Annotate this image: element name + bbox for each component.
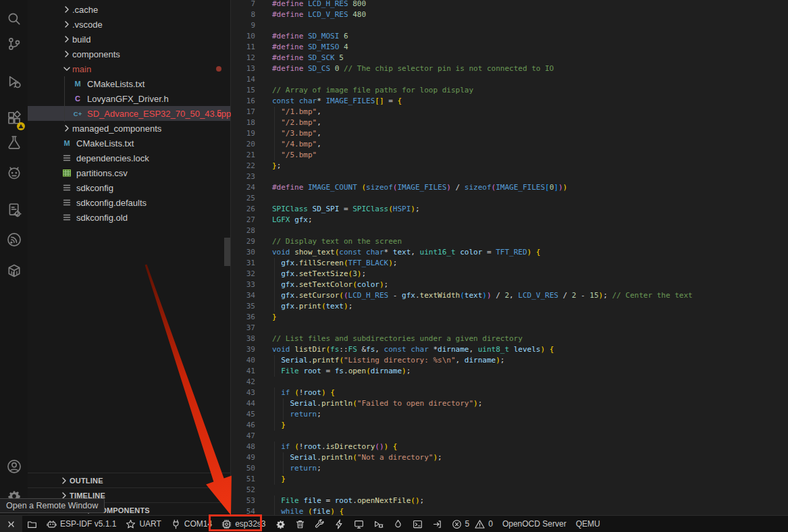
code-line[interactable]: 12#define SD_SCK 5 xyxy=(231,53,788,63)
code-line[interactable]: 15// Array of image file paths for loop … xyxy=(231,85,788,96)
tree-file-partitions.csv[interactable]: partitions.csv xyxy=(28,165,230,180)
code-line[interactable]: 17 "/1.bmp", xyxy=(231,107,788,117)
editor[interactable]: 7#define LCD_H_RES 8008#define LCD_V_RES… xyxy=(231,0,788,515)
code-line[interactable]: 9 xyxy=(231,20,788,31)
code-line[interactable]: 31 gfx.fillScreen(TFT_BLACK); xyxy=(231,258,788,269)
code-line[interactable]: 54 while (file) { xyxy=(231,506,788,515)
cmake-tools-icon[interactable] xyxy=(0,200,28,220)
code-line[interactable]: 44 Serial.println("Failed to open direct… xyxy=(231,398,788,409)
code-line[interactable]: 24#define IMAGE_COUNT (sizeof(IMAGE_FILE… xyxy=(231,182,788,193)
sidebar-scrollbar[interactable] xyxy=(224,238,230,266)
status-project-folder[interactable] xyxy=(22,516,42,532)
code-line[interactable]: 45 return; xyxy=(231,409,788,420)
code-line[interactable]: 13#define SD_CS 0 // The chip selector p… xyxy=(231,63,788,74)
code-line[interactable]: 7#define LCD_H_RES 800 xyxy=(231,0,788,9)
status-monitor[interactable] xyxy=(349,516,369,532)
code-line[interactable]: 25 xyxy=(231,193,788,204)
tree-folder-.cache[interactable]: .cache xyxy=(28,2,230,17)
tree-folder-.vscode[interactable]: .vscode xyxy=(28,17,230,32)
code-line[interactable]: 28 xyxy=(231,225,788,236)
code-line[interactable]: 50 return; xyxy=(231,463,788,474)
run-debug-icon[interactable] xyxy=(0,72,28,92)
testing-icon[interactable] xyxy=(0,132,28,153)
code-line[interactable]: 49 Serial.println("Not a directory"); xyxy=(231,452,788,463)
status-flash-method[interactable]: UART xyxy=(121,516,165,532)
section-outline[interactable]: OUTLINE xyxy=(28,473,230,487)
code-line[interactable]: 38// List files and subdirectories under… xyxy=(231,334,788,344)
code-line[interactable]: 36} xyxy=(231,312,788,323)
code-line[interactable]: 41 File root = fs.open(dirname); xyxy=(231,366,788,377)
code-line[interactable]: 43 if (!root) { xyxy=(231,388,788,398)
tree-file-sdkconfig.old[interactable]: sdkconfig.old xyxy=(28,210,230,225)
code-line[interactable]: 47 xyxy=(231,431,788,442)
code-line[interactable]: 52 xyxy=(231,485,788,496)
code-line[interactable]: 48 if (!root.isDirectory()) { xyxy=(231,442,788,452)
code-line[interactable]: 22}; xyxy=(231,161,788,171)
code-line[interactable]: 46 } xyxy=(231,420,788,431)
status-menuconfig[interactable] xyxy=(271,516,290,532)
code-line[interactable]: 34 gfx.setCursor((LCD_H_RES - gfx.textWi… xyxy=(231,290,788,301)
account-icon[interactable] xyxy=(0,456,28,477)
status-debug[interactable] xyxy=(369,516,388,532)
search-icon[interactable] xyxy=(0,9,28,29)
code-line[interactable]: 51 } xyxy=(231,474,788,485)
status-terminal[interactable] xyxy=(408,516,427,532)
container-icon[interactable] xyxy=(0,261,28,281)
code-line[interactable]: 14 xyxy=(231,74,788,85)
code-line[interactable]: 19 "/3.bmp", xyxy=(231,128,788,139)
tree-file-LovyanGFX_Driver.h[interactable]: CLovyanGFX_Driver.h xyxy=(28,91,230,106)
code-line[interactable]: 23 xyxy=(231,171,788,182)
status-build[interactable] xyxy=(310,516,330,532)
status-commands[interactable] xyxy=(427,516,447,532)
code-line[interactable]: 29// Display text on the screen xyxy=(231,236,788,247)
tree-file-sdkconfig.defaults[interactable]: sdkconfig.defaults xyxy=(28,195,230,210)
code-line[interactable]: 53 File file = root.openNextFile(); xyxy=(231,496,788,506)
code-line[interactable]: 18 "/2.bmp", xyxy=(231,117,788,128)
list-file-icon xyxy=(61,153,72,163)
line-number: 7 xyxy=(231,0,255,9)
espidf-robot-icon[interactable] xyxy=(0,163,28,183)
code-line[interactable]: 33 gfx.setTextColor(color); xyxy=(231,280,788,290)
status-full-clean[interactable] xyxy=(290,516,310,532)
code-line[interactable]: 21 "/5.bmp" xyxy=(231,150,788,161)
tree-file-SD_Advance_ESP32_70_50_43.cpp[interactable]: C+SD_Advance_ESP32_70_50_43.cpp5 xyxy=(28,106,230,121)
code-line[interactable]: 35 gfx.print(text); xyxy=(231,301,788,312)
code-line[interactable]: 30void show_text(const char* text, uint1… xyxy=(231,247,788,258)
tree-folder-main[interactable]: main xyxy=(28,61,230,76)
status-problems[interactable]: 50 xyxy=(447,516,498,532)
status-remote-window[interactable] xyxy=(0,516,22,532)
status-qemu[interactable]: QEMU xyxy=(571,516,605,532)
code-line[interactable]: 11#define SD_MISO 4 xyxy=(231,42,788,53)
source-control-icon[interactable] xyxy=(0,34,28,54)
line-number: 18 xyxy=(231,117,255,128)
tree-file-CMakeLists.txt[interactable]: MCMakeLists.txt xyxy=(28,136,230,151)
code-line[interactable]: 37 xyxy=(231,323,788,334)
tree-file-sdkconfig[interactable]: sdkconfig xyxy=(28,180,230,195)
status-flash[interactable] xyxy=(330,516,349,532)
code-line[interactable]: 32 gfx.setTextSize(3); xyxy=(231,269,788,280)
line-number: 28 xyxy=(231,225,255,236)
espressif-icon[interactable] xyxy=(0,230,28,250)
tree-folder-managed_components[interactable]: managed_components xyxy=(28,121,230,136)
status-build-flash-monitor[interactable] xyxy=(388,516,408,532)
extensions-icon[interactable] xyxy=(0,108,28,128)
status-openocd-server[interactable]: OpenOCD Server xyxy=(498,516,571,532)
code-line[interactable]: 8#define LCD_V_RES 480 xyxy=(231,9,788,20)
tree-folder-build[interactable]: build xyxy=(28,32,230,47)
code-line[interactable]: 40 Serial.printf("Listing directory: %s\… xyxy=(231,355,788,366)
tree-file-dependencies.lock[interactable]: dependencies.lock xyxy=(28,151,230,165)
code-line[interactable]: 27LGFX gfx; xyxy=(231,215,788,225)
tree-folder-components[interactable]: components xyxy=(28,47,230,61)
code-line[interactable]: 26SPIClass SD_SPI = SPIClass(HSPI); xyxy=(231,204,788,215)
tree-item-label: CMakeLists.txt xyxy=(76,138,134,149)
status-espidf-version[interactable]: ESP-IDF v5.1.1 xyxy=(42,516,121,532)
code-line[interactable]: 42 xyxy=(231,377,788,388)
code-line[interactable]: 16const char* IMAGE_FILES[] = { xyxy=(231,96,788,107)
tree-file-CMakeLists.txt[interactable]: MCMakeLists.txt xyxy=(28,76,230,91)
status-serial-port[interactable]: COM14 xyxy=(166,516,217,532)
code-line[interactable]: 39void listDir(fs::FS &fs, const char *d… xyxy=(231,344,788,355)
code-line[interactable]: 20 "/4.bmp", xyxy=(231,139,788,150)
code-line[interactable]: 10#define SD_MOSI 6 xyxy=(231,31,788,42)
robot-icon xyxy=(47,519,57,529)
status-device-target[interactable]: esp32s3 xyxy=(217,516,270,532)
